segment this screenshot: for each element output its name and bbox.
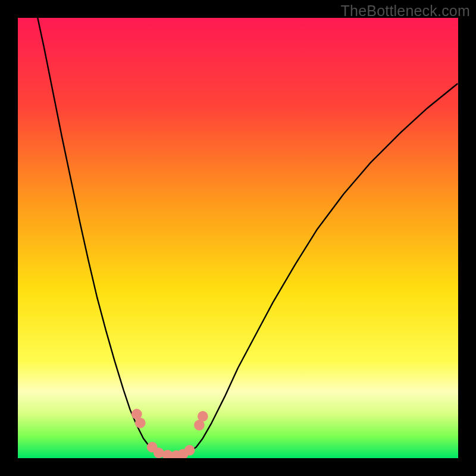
data-marker: [184, 445, 195, 456]
data-marker: [135, 418, 146, 428]
data-marker: [154, 447, 164, 458]
plot-area: [18, 18, 458, 458]
watermark-label: TheBottleneck.com: [341, 2, 470, 20]
bottleneck-chart: [18, 18, 458, 458]
chart-frame: TheBottleneck.com: [0, 0, 476, 476]
data-marker: [198, 411, 208, 422]
